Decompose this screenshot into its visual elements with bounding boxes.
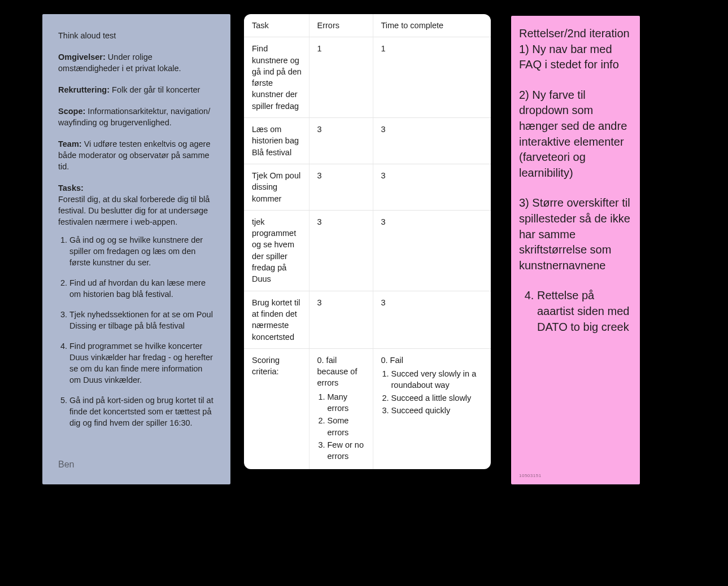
rettelser-sticky: Rettelser/2nd iteration 1) Ny nav bar me…	[511, 16, 640, 484]
table-row: Tjek Om poul dissing kommer 3 3	[244, 164, 491, 210]
errors-list: Many errors Some errors Few or no errors	[317, 391, 366, 462]
criteria-time: 0. Fail Succed very slowly in a roundabo…	[373, 348, 491, 469]
table-row: tjek programmet og se hvem der spiller f…	[244, 210, 491, 291]
cell-errors: 1	[309, 37, 373, 118]
cell-time: 3	[373, 210, 491, 291]
omgivelser-label: Omgivelser:	[58, 53, 106, 62]
tasks-intro: Forestil dig, at du skal forberede dig t…	[58, 195, 210, 226]
field-omgivelser: Omgivelser: Under rolige omstændigheder …	[58, 51, 215, 74]
tasks-label: Tasks:	[58, 183, 84, 193]
pink-heading: Rettelser/2nd iteration	[519, 27, 630, 40]
cell-task: Find kunstnere og gå ind på den første k…	[244, 37, 309, 118]
task-item: Gå ind på kort-siden og brug kortet til …	[69, 395, 215, 428]
time-zero: 0. Fail	[381, 356, 404, 365]
errors-zero: 0. fail because of errors	[317, 356, 358, 388]
header-errors: Errors	[309, 14, 373, 37]
table-row: Find kunstnere og gå ind på den første k…	[244, 37, 491, 118]
sticky-author: Ben	[58, 458, 74, 471]
table-row: Brug kortet til at finden det nærmeste k…	[244, 291, 491, 348]
header-time: Time to complete	[373, 14, 491, 37]
cell-task: tjek programmet og se hvem der spiller f…	[244, 210, 309, 291]
errors-item: Some errors	[328, 415, 366, 438]
task-item: Gå ind og og se hvilke kunstnere der spi…	[69, 234, 215, 268]
pink-line-1: 1) Ny nav bar med FAQ i stedet for info	[519, 43, 619, 71]
task-item: Find programmet se hvilke koncerter Duus…	[69, 340, 215, 386]
cell-task: Tjek Om poul dissing kommer	[244, 164, 309, 210]
errors-item: Many errors	[328, 391, 366, 414]
table-header-row: Task Errors Time to complete	[244, 14, 491, 37]
pink-list: Rettelse på aaartist siden med DATO to b…	[519, 288, 632, 335]
pink-list-item-4: Rettelse på aaartist siden med DATO to b…	[537, 288, 632, 335]
cell-time: 3	[373, 164, 491, 210]
time-item: Succed very slowly in a roundabout way	[391, 368, 485, 391]
cell-time: 3	[373, 291, 491, 348]
cell-time: 3	[373, 118, 491, 164]
pink-line-3: 3) Større overskifter til spillesteder s…	[519, 195, 632, 273]
pink-id: 10503151	[519, 473, 542, 479]
criteria-label: Scoring criteria:	[244, 348, 309, 469]
field-team: Team: Vi udføre testen enkeltvis og ager…	[58, 138, 215, 172]
team-label: Team:	[58, 139, 82, 148]
time-item: Succeed a little slowly	[391, 392, 485, 404]
cell-errors: 3	[309, 164, 373, 210]
cell-errors: 3	[309, 210, 373, 291]
field-scope: Scope: Informationsarkitektur, navigatio…	[58, 106, 215, 128]
header-task: Task	[244, 14, 309, 37]
cell-time: 1	[373, 37, 491, 118]
task-item: Find ud af hvordan du kan læse mere om h…	[69, 277, 215, 300]
tasks-list: Gå ind og og se hvilke kunstnere der spi…	[58, 234, 215, 428]
results-table-card: Task Errors Time to complete Find kunstn…	[244, 14, 491, 469]
cell-task: Brug kortet til at finden det nærmeste k…	[244, 291, 309, 348]
pink-line-2: 2) Ny farve til dropdown som hænger sed …	[519, 88, 632, 181]
field-rekruttering: Rekruttering: Folk der går til koncerter	[58, 84, 215, 95]
scope-label: Scope:	[58, 107, 85, 116]
task-item: Tjek nyhedssektionen for at se om Poul D…	[69, 309, 215, 331]
table-row: Læs om historien bag Blå festival 3 3	[244, 118, 491, 164]
rekruttering-label: Rekruttering:	[58, 85, 110, 94]
results-table: Task Errors Time to complete Find kunstn…	[244, 14, 491, 469]
cell-errors: 3	[309, 291, 373, 348]
time-item: Succeed quickly	[391, 405, 485, 416]
pink-heading-block: Rettelser/2nd iteration 1) Ny nav bar me…	[519, 26, 632, 73]
cell-task: Læs om historien bag Blå festival	[244, 118, 309, 164]
criteria-errors: 0. fail because of errors Many errors So…	[309, 348, 373, 469]
think-aloud-sticky: Think aloud test Omgivelser: Under rolig…	[42, 14, 230, 484]
cell-errors: 3	[309, 118, 373, 164]
criteria-row: Scoring criteria: 0. fail because of err…	[244, 348, 491, 469]
field-tasks: Tasks: Forestil dig, at du skal forbered…	[58, 182, 215, 428]
rekruttering-text: Folk der går til koncerter	[110, 85, 200, 94]
time-list: Succed very slowly in a roundabout way S…	[381, 368, 485, 416]
sticky-title: Think aloud test	[58, 30, 215, 41]
errors-item: Few or no errors	[328, 439, 366, 462]
